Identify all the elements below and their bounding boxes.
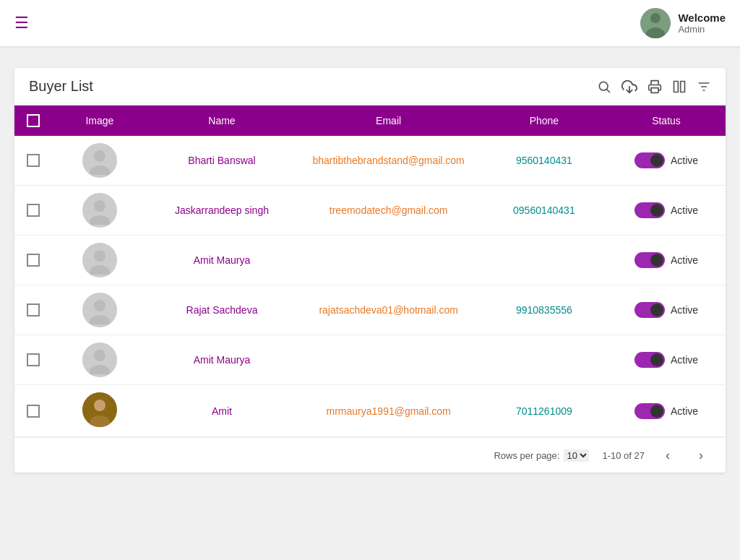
table-header-row: Image Name Email Phone Status <box>14 105 726 136</box>
status-cell-3: Active <box>607 285 726 335</box>
table-row: Jaskarrandeep singhtreemodatech@gmail.co… <box>14 186 726 236</box>
table-wrapper: Image Name Email Phone Status Bharti Ban… <box>14 105 726 437</box>
avatar-placeholder-1 <box>82 193 117 228</box>
avatar <box>640 8 671 38</box>
table-row: Amitmrmaurya1991@gmail.com7011261009 Act… <box>14 385 726 437</box>
card-title: Buyer List <box>29 78 93 95</box>
avatar-placeholder-3 <box>82 293 117 327</box>
toggle-2[interactable] <box>634 252 665 268</box>
phone-cell-4 <box>481 335 607 385</box>
svg-point-13 <box>90 165 110 175</box>
email-cell-0: bhartibthebrandstand@gmail.com <box>296 136 481 186</box>
header-phone: Phone <box>481 105 607 136</box>
svg-point-23 <box>94 400 106 411</box>
row-checkbox-4[interactable] <box>27 353 40 366</box>
welcome-text: Welcome <box>678 12 726 24</box>
status-badge-2: Active <box>671 254 698 266</box>
svg-point-14 <box>94 200 106 212</box>
toggle-container-2: Active <box>614 252 718 268</box>
buyer-list-card: Buyer List <box>14 68 726 473</box>
toggle-0[interactable] <box>634 152 665 168</box>
row-checkbox-1[interactable] <box>27 204 40 217</box>
header-email: Email <box>296 105 481 136</box>
header-name: Name <box>148 105 296 136</box>
svg-point-15 <box>90 215 110 225</box>
email-cell-2 <box>296 236 481 285</box>
filter-icon[interactable] <box>697 79 711 94</box>
user-info: Welcome Admin <box>678 12 726 35</box>
svg-point-12 <box>94 150 106 162</box>
name-cell-4: Amit Maurya <box>148 335 296 385</box>
rows-per-page-label: Rows per page: <box>494 450 559 461</box>
status-cell-0: Active <box>607 136 726 186</box>
hamburger-icon[interactable]: ☰ <box>14 14 29 32</box>
row-checkbox-2[interactable] <box>27 254 40 267</box>
row-checkbox-3[interactable] <box>27 303 40 316</box>
status-badge-4: Active <box>671 354 698 366</box>
pagination-prev-button[interactable]: ‹ <box>658 445 678 465</box>
name-cell-0: Bharti Banswal <box>148 136 296 186</box>
svg-point-18 <box>94 300 106 311</box>
svg-rect-6 <box>651 87 658 92</box>
toggle-3[interactable] <box>634 302 665 318</box>
phone-cell-1: 09560140431 <box>481 186 607 236</box>
avatar-placeholder-4 <box>82 343 117 377</box>
row-checkbox-0[interactable] <box>27 154 40 167</box>
email-cell-1: treemodatech@gmail.com <box>296 186 481 236</box>
svg-rect-8 <box>681 81 685 92</box>
svg-point-21 <box>90 365 110 374</box>
toggle-container-1: Active <box>614 202 718 218</box>
svg-point-19 <box>90 315 110 324</box>
avatar-img-5 <box>82 392 117 427</box>
table-row: Bharti Banswalbhartibthebrandstand@gmail… <box>14 136 726 186</box>
toggle-5[interactable] <box>634 403 665 419</box>
svg-point-20 <box>94 350 106 361</box>
card-header: Buyer List <box>14 68 726 105</box>
name-cell-2: Amit Maurya <box>148 236 296 285</box>
nav-right: Welcome Admin <box>640 8 726 38</box>
toggle-4[interactable] <box>634 352 665 368</box>
columns-icon[interactable] <box>672 79 687 94</box>
status-cell-4: Active <box>607 335 726 385</box>
status-cell-5: Active <box>607 385 726 437</box>
rows-per-page-select[interactable]: 10 25 50 <box>564 449 589 462</box>
navbar: ☰ Welcome Admin <box>0 0 740 46</box>
name-cell-1: Jaskarrandeep singh <box>148 186 296 236</box>
avatar-placeholder-0 <box>82 143 117 178</box>
card-footer: Rows per page: 10 25 50 1-10 of 27 ‹ › <box>14 437 726 473</box>
print-icon[interactable] <box>648 79 662 94</box>
table-row: Amit Maurya Active <box>14 236 726 285</box>
rows-per-page: Rows per page: 10 25 50 <box>494 449 589 462</box>
header-status: Status <box>607 105 726 136</box>
phone-cell-3: 9910835556 <box>481 285 607 335</box>
header-image: Image <box>51 105 147 136</box>
svg-point-3 <box>599 82 608 90</box>
phone-cell-2 <box>481 236 607 285</box>
main-content: Buyer List <box>0 46 740 494</box>
toggle-container-4: Active <box>614 352 718 368</box>
header-checkbox[interactable] <box>14 105 51 136</box>
email-cell-5: mrmaurya1991@gmail.com <box>296 385 481 437</box>
toggle-container-0: Active <box>614 152 718 168</box>
pagination-next-button[interactable]: › <box>691 445 711 465</box>
status-badge-3: Active <box>671 304 698 316</box>
table-row: Rajat Sachdevarajatsachdeva01@hotmail.co… <box>14 285 726 335</box>
cloud-download-icon[interactable] <box>621 79 637 95</box>
status-badge-0: Active <box>671 155 698 166</box>
buyer-table: Image Name Email Phone Status Bharti Ban… <box>14 105 726 437</box>
pagination-info: 1-10 of 27 <box>602 450 645 461</box>
avatar-placeholder-2 <box>82 243 117 277</box>
email-cell-4 <box>296 335 481 385</box>
status-cell-2: Active <box>607 236 726 285</box>
nav-left: ☰ <box>14 14 29 33</box>
name-cell-5: Amit <box>148 385 296 437</box>
admin-role: Admin <box>678 24 705 35</box>
status-cell-1: Active <box>607 186 726 236</box>
search-icon[interactable] <box>597 79 611 94</box>
svg-rect-7 <box>674 81 679 92</box>
toggle-1[interactable] <box>634 202 665 218</box>
svg-line-4 <box>607 89 610 92</box>
toggle-container-5: Active <box>614 403 718 419</box>
row-checkbox-5[interactable] <box>27 405 40 418</box>
phone-cell-5: 7011261009 <box>481 385 607 437</box>
